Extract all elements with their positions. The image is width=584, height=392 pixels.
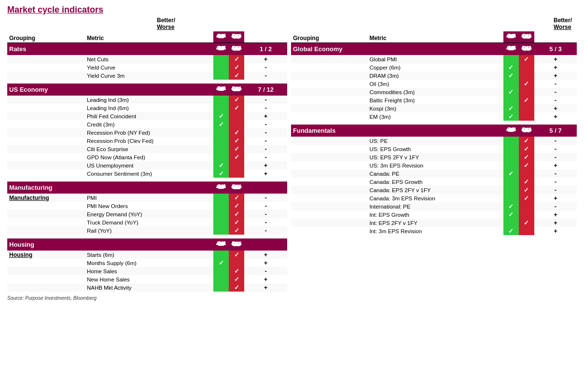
row-group-cell [291, 202, 367, 210]
bear-icon-header-cell [519, 43, 534, 56]
bull-icon-header-cell [213, 182, 229, 194]
table-row: Citi Eco Surprise✓- [7, 145, 287, 153]
row-metric-cell: Truck Demand (YoY) [85, 218, 213, 226]
metric-header: Metric [85, 31, 213, 43]
row-group-cell [7, 259, 85, 267]
bull-indicator-cell: ✓ [503, 71, 519, 80]
table-row: Credit (3m)✓- [7, 120, 287, 128]
score-cell [244, 238, 287, 251]
table-row: US: 3m EPS Revision✓+ [291, 161, 577, 169]
bear-indicator-cell: ✓ [229, 251, 244, 259]
row-group-cell [291, 112, 367, 121]
table-row: Kospi (3m)✓+ [291, 104, 577, 112]
bull-indicator-cell [503, 80, 519, 88]
row-metric-cell: Oil (3m) [367, 80, 503, 88]
sign-cell: + [244, 283, 287, 292]
table-row: Canada: PE✓- [291, 169, 577, 178]
row-group-cell [291, 194, 367, 202]
bear-indicator-cell [229, 259, 244, 267]
group-header-row: Housing [7, 238, 287, 251]
group-name-cell: Global Economy [291, 43, 503, 56]
sign-cell: - [244, 71, 287, 80]
sign-cell: + [534, 104, 577, 112]
row-metric-cell: Yield Curve 3m [85, 71, 213, 80]
row-metric-cell: Canada: 3m EPS Revision [367, 194, 503, 202]
bull-indicator-cell: ✓ [503, 63, 519, 71]
table-row: NAHB Mkt Activity✓+ [7, 283, 287, 292]
sign-cell: - [244, 226, 287, 235]
sign-cell: - [244, 153, 287, 161]
table-row: US: PE✓- [291, 137, 577, 145]
row-metric-cell: Starts (6m) [85, 251, 213, 259]
bull-indicator-cell [213, 226, 229, 235]
row-group-cell [291, 227, 367, 235]
row-metric-cell: Recession Prob (Clev Fed) [85, 137, 213, 145]
table-row: Oil (3m)✓- [291, 80, 577, 88]
bear-indicator-cell: ✓ [519, 219, 534, 227]
row-metric-cell: US: PE [367, 137, 503, 145]
table-row: HousingStarts (6m)✓+ [7, 251, 287, 259]
table-row: Recession Prob (Clev Fed)✓- [7, 137, 287, 145]
row-group-cell [7, 96, 85, 104]
row-metric-cell: Copper (6m) [367, 63, 503, 71]
bear-indicator-cell: ✓ [229, 104, 244, 112]
bear-indicator-cell [519, 88, 534, 96]
bull-indicator-cell [213, 194, 229, 202]
sign-cell: + [534, 161, 577, 169]
bear-indicator-cell [519, 63, 534, 71]
table-row: Phili Fed Coincident✓+ [7, 112, 287, 120]
row-group-cell [7, 63, 85, 71]
bear-indicator-cell [229, 169, 244, 178]
bull-indicator-cell: ✓ [213, 112, 229, 120]
row-group-cell [291, 88, 367, 96]
sign-cell: - [244, 120, 287, 128]
row-group-cell [291, 104, 367, 112]
table-row: Canada: EPS Growth✓- [291, 178, 577, 186]
row-metric-cell: Recession Prob (NY Fed) [85, 128, 213, 137]
left-better-worse-header: Better/ Worse [157, 17, 175, 30]
row-group-cell [7, 218, 85, 226]
table-row: Leading Ind (6m)✓- [7, 104, 287, 112]
row-metric-cell: GPD Now (Atlanta Fed) [85, 153, 213, 161]
table-row: Int: 3m EPS Revision✓+ [291, 227, 577, 235]
bull-header-right [503, 31, 519, 43]
sign-cell: + [244, 251, 287, 259]
bull-indicator-cell: ✓ [213, 120, 229, 128]
row-group-cell [7, 161, 85, 169]
sign-cell: - [534, 137, 577, 145]
row-metric-cell: Credit (3m) [85, 120, 213, 128]
bull-icon-header-cell [213, 43, 229, 56]
grouping-header-right: Grouping [291, 31, 367, 43]
bull-icon-header-cell [503, 125, 519, 137]
row-group-cell [7, 120, 85, 128]
bear-icon-header-cell [229, 182, 244, 194]
score-cell: 1 / 2 [244, 43, 287, 56]
bull-indicator-cell: ✓ [213, 161, 229, 169]
bull-indicator-cell [213, 71, 229, 80]
row-metric-cell: Canada: EPS Growth [367, 178, 503, 186]
row-group-cell [291, 169, 367, 178]
row-metric-cell: Home Sales [85, 267, 213, 275]
row-metric-cell: PMI [85, 194, 213, 202]
row-metric-cell: EM (3m) [367, 112, 503, 121]
sign-cell: + [534, 194, 577, 202]
sign-cell: - [244, 104, 287, 112]
sign-cell: - [534, 178, 577, 186]
table-row: Global PMI✓+ [291, 55, 577, 63]
row-metric-cell: DRAM (3m) [367, 71, 503, 80]
row-group-cell [291, 186, 367, 194]
table-row: Yield Curve 3m✓- [7, 71, 287, 80]
bear-indicator-cell: ✓ [229, 283, 244, 292]
sign-cell: + [244, 275, 287, 283]
bull-indicator-cell [213, 63, 229, 71]
group-name-cell: Rates [7, 43, 213, 56]
bear-indicator-cell: ✓ [229, 137, 244, 145]
bear-indicator-cell: ✓ [229, 210, 244, 218]
bear-indicator-cell: ✓ [519, 137, 534, 145]
sign-cell: + [534, 227, 577, 235]
bear-indicator-cell: ✓ [519, 161, 534, 169]
row-group-cell [7, 112, 85, 120]
bear-indicator-cell [519, 112, 534, 121]
bull-indicator-cell [503, 219, 519, 227]
table-row: ManufacturingPMI✓- [7, 194, 287, 202]
